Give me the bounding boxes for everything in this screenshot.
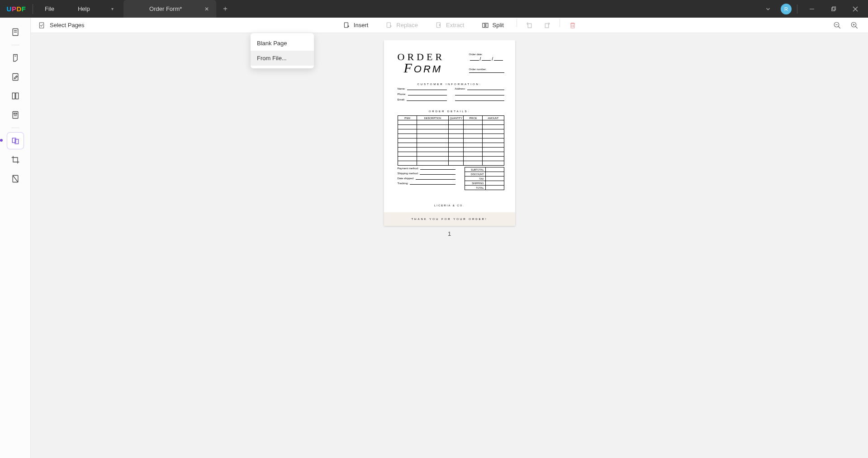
window-maximize-icon[interactable]	[825, 0, 843, 18]
svg-rect-1	[832, 8, 835, 11]
svg-rect-12	[14, 113, 17, 114]
order-date-label: Order date:	[469, 53, 504, 56]
app-logo: UPDF	[0, 5, 33, 13]
svg-line-35	[855, 26, 858, 29]
document-tab[interactable]: Order Form* ✕	[123, 0, 216, 18]
sidebar-redact-icon[interactable]	[7, 171, 24, 187]
select-pages-button[interactable]: Select Pages	[50, 22, 85, 29]
svg-rect-9	[12, 93, 15, 99]
name-label: Name:	[398, 87, 406, 90]
sidebar-crop-icon[interactable]	[7, 152, 24, 168]
svg-rect-24	[486, 23, 488, 27]
email-label: Email:	[398, 98, 405, 101]
tracking-label: Tracking:	[398, 182, 408, 185]
insert-label: Insert	[354, 22, 369, 29]
address-label: Address:	[455, 87, 466, 90]
extract-button[interactable]: Extract	[429, 19, 470, 32]
title-dropdown-icon[interactable]	[759, 0, 777, 18]
insert-blank-page-item[interactable]: Blank Page	[251, 36, 314, 51]
page-canvas[interactable]: ORDER FORM Order date: // Order number:	[31, 40, 868, 458]
sidebar-ocr-icon[interactable]	[7, 88, 24, 104]
replace-button[interactable]: Replace	[379, 19, 424, 32]
insert-dropdown: Blank Page From File...	[251, 33, 314, 68]
insert-icon	[343, 22, 350, 29]
replace-label: Replace	[396, 22, 418, 29]
sidebar-reader-icon[interactable]	[7, 24, 24, 40]
replace-icon	[385, 22, 393, 29]
svg-rect-10	[15, 93, 18, 99]
svg-rect-26	[528, 24, 531, 28]
rotate-left-icon[interactable]	[523, 19, 536, 32]
order-number-label: Order number:	[469, 68, 504, 71]
totals-table: SUBTOTAL DISCOUNT TAX SHIPPING TOTAL	[465, 167, 504, 190]
tab-title: Order Form*	[129, 5, 203, 12]
insert-button[interactable]: Insert	[337, 19, 375, 32]
date-shipped-label: Date shipped:	[398, 177, 414, 180]
menu-file[interactable]: File	[33, 5, 66, 12]
brand-name: LICERIA & CO.	[384, 204, 515, 207]
svg-rect-18	[344, 23, 348, 28]
delete-page-icon[interactable]	[566, 19, 579, 32]
rotate-right-icon[interactable]	[541, 19, 553, 32]
zoom-out-icon[interactable]	[831, 19, 844, 32]
sidebar-edit-icon[interactable]	[7, 69, 24, 85]
page-thumbnail[interactable]: ORDER FORM Order date: // Order number:	[384, 40, 515, 226]
shipping-method-label: Shipping method:	[398, 172, 419, 175]
window-minimize-icon[interactable]	[803, 0, 821, 18]
select-pages-icon[interactable]	[38, 22, 45, 29]
order-form-content: ORDER FORM Order date: // Order number:	[384, 40, 515, 226]
svg-rect-23	[483, 23, 485, 27]
new-tab-button[interactable]: ＋	[216, 4, 234, 14]
main-area: Select Pages Insert Replace	[31, 18, 868, 458]
tab-close-icon[interactable]: ✕	[203, 4, 211, 14]
sidebar	[0, 18, 31, 458]
customer-info-heading: CUSTOMER INFORMATION:	[384, 83, 515, 86]
separator	[517, 19, 517, 27]
split-icon	[482, 22, 489, 29]
insert-from-file-item[interactable]: From File...	[251, 51, 314, 66]
phone-label: Phone:	[398, 93, 406, 95]
separator	[560, 19, 560, 27]
svg-rect-27	[545, 24, 549, 28]
split-button[interactable]: Split	[475, 19, 510, 32]
svg-rect-17	[39, 23, 43, 28]
svg-rect-2	[833, 7, 836, 10]
thank-you-bar: THANK YOU FOR YOUR ORDER!	[384, 212, 515, 226]
window-close-icon[interactable]	[846, 0, 864, 18]
split-label: Split	[493, 22, 504, 29]
menu-help[interactable]: Help	[66, 5, 102, 12]
titlebar: UPDF File Help ▾ Order Form* ✕ ＋ R	[0, 0, 868, 18]
tab-pin-dropdown[interactable]: ▾	[102, 6, 123, 11]
form-title-line2: FORM	[404, 60, 451, 76]
svg-rect-28	[571, 24, 574, 28]
order-details-heading: ORDER DETAILS:	[384, 110, 515, 113]
sidebar-form-icon[interactable]	[7, 107, 24, 123]
user-avatar[interactable]: R	[781, 4, 792, 14]
extract-icon	[435, 22, 442, 29]
page-number: 1	[448, 230, 451, 237]
svg-line-32	[838, 26, 840, 29]
separator	[11, 128, 19, 128]
svg-rect-11	[13, 112, 18, 119]
sidebar-comment-icon[interactable]	[7, 50, 24, 66]
payment-method-label: Payment method:	[398, 167, 419, 170]
separator	[11, 45, 19, 45]
order-details-table: ITEM DESCRIPTION QUANTITY PRICE AMOUNT	[398, 115, 504, 166]
separator	[797, 5, 797, 14]
svg-rect-21	[387, 23, 391, 28]
sidebar-organize-pages-icon[interactable]	[7, 133, 24, 149]
zoom-in-icon[interactable]	[848, 19, 861, 32]
extract-label: Extract	[446, 22, 464, 29]
page-toolbar: Select Pages Insert Replace	[31, 18, 868, 33]
